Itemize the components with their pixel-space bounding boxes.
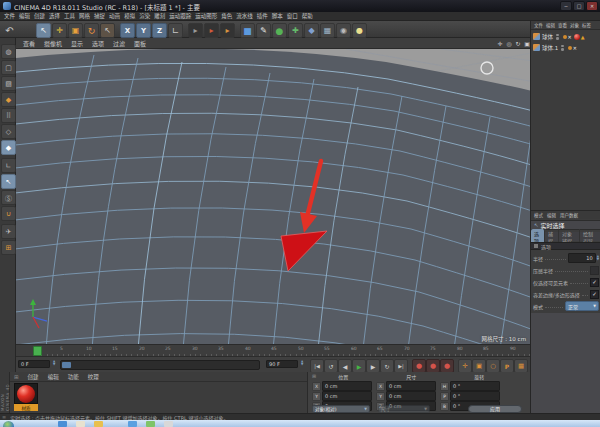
object-row-sphere-1[interactable]: 球体.1 ✕	[531, 42, 600, 53]
lock-workplane-icon[interactable]: ∪	[1, 206, 16, 221]
material-swatch[interactable]: 材质	[14, 383, 38, 411]
start-button[interactable]	[3, 421, 14, 427]
materials-menu-icon[interactable]: ⊞	[14, 374, 19, 380]
spline-pen-icon[interactable]: ✎	[256, 23, 271, 38]
camera-icon[interactable]: ◉	[336, 23, 351, 38]
y-axis-lock-button[interactable]: Y	[136, 23, 151, 38]
taskbar-item[interactable]	[94, 421, 103, 427]
selection-mode-dropdown[interactable]: 正常▼	[565, 301, 599, 311]
viewport-menu-view[interactable]: 查看	[23, 39, 35, 48]
taskbar-item[interactable]	[128, 421, 137, 427]
windows-taskbar[interactable]	[0, 420, 600, 427]
menu-script[interactable]: 脚本	[272, 12, 283, 20]
menu-create[interactable]: 创建	[34, 12, 45, 20]
points-mode-icon[interactable]: ⠿	[1, 108, 16, 123]
end-frame-field[interactable]: 90 F	[266, 360, 298, 368]
next-frame-icon[interactable]: ▶	[366, 359, 380, 373]
render-settings-icon[interactable]: ▸	[220, 23, 235, 38]
taskbar-item[interactable]	[164, 421, 173, 427]
keyframe-selection-icon[interactable]: ●	[440, 359, 454, 373]
radius-field[interactable]: 10	[568, 253, 596, 263]
menu-simulate[interactable]: 模拟	[124, 12, 135, 20]
autokey-icon[interactable]: ●	[426, 359, 440, 373]
viewport-menu-cameras[interactable]: 摄像机	[44, 39, 62, 48]
key-parameter-icon[interactable]: P	[500, 359, 514, 373]
menu-mograph[interactable]: 运动图形	[195, 12, 217, 20]
menu-tools[interactable]: 工具	[64, 12, 75, 20]
generator-icon[interactable]: ✚	[288, 23, 303, 38]
pos-x-field[interactable]: 0 cm	[322, 381, 372, 391]
rot-h-field[interactable]: 0 °	[450, 381, 500, 391]
key-scale-icon[interactable]: ▣	[472, 359, 486, 373]
menu-render[interactable]: 渲染	[139, 12, 150, 20]
attribute-section-header[interactable]: 选项	[531, 242, 600, 250]
render-view-icon[interactable]: ▸	[188, 23, 203, 38]
play-backwards-icon[interactable]: ↺	[324, 359, 338, 373]
menu-window[interactable]: 窗口	[287, 12, 298, 20]
om-menu-edit[interactable]: 编辑	[546, 22, 555, 28]
om-menu-tags[interactable]: 标签	[582, 22, 591, 28]
tag-dot-icon[interactable]	[568, 46, 572, 50]
object-name[interactable]: 球体	[542, 33, 553, 41]
timeline-range-slider[interactable]	[60, 360, 260, 370]
playhead[interactable]	[33, 346, 42, 356]
coordinates-menu-icon[interactable]: ⊞	[312, 373, 316, 379]
phong-tag-icon[interactable]: ✕	[573, 45, 577, 51]
viewport-menu-display[interactable]: 显示	[71, 39, 83, 48]
make-editable-icon[interactable]: ◍	[1, 44, 16, 59]
spinner-down-icon[interactable]: ▼	[301, 363, 303, 366]
menu-sculpt[interactable]: 雕刻	[154, 12, 165, 20]
viewport-pan-icon[interactable]: ✛	[496, 39, 504, 47]
materials-menu-function[interactable]: 功能	[68, 373, 79, 381]
viewport-solo-icon[interactable]: ↖	[1, 174, 16, 189]
om-menu-objects[interactable]: 对象	[570, 22, 579, 28]
play-icon[interactable]: ▶	[352, 359, 366, 373]
previous-frame-icon[interactable]: ◀	[338, 359, 352, 373]
go-to-start-icon[interactable]: |◀	[310, 359, 324, 373]
texture-mode-icon[interactable]: ▨	[1, 76, 16, 91]
current-frame-field[interactable]: 0 F	[18, 360, 50, 368]
visibility-dot[interactable]	[561, 48, 564, 51]
maximize-button[interactable]: □	[573, 1, 585, 11]
apply-button[interactable]: 应用	[468, 405, 522, 413]
record-keyframe-icon[interactable]: ●	[412, 359, 426, 373]
size-mode-dropdown[interactable]: 尺寸▼	[378, 405, 430, 413]
scale-tool-icon[interactable]: ▣	[68, 23, 83, 38]
close-button[interactable]: ✕	[586, 1, 598, 11]
modeling-settings-icon[interactable]: ⊞	[1, 240, 16, 255]
rot-p-field[interactable]: 0 °	[450, 391, 500, 401]
am-tab-userdata[interactable]: 用户数据	[560, 212, 578, 218]
om-menu-file[interactable]: 文件	[534, 22, 543, 28]
deformer-icon[interactable]: ◆	[304, 23, 319, 38]
subdivision-surface-icon[interactable]: ●	[272, 23, 287, 38]
menu-pipeline[interactable]: 流水线	[236, 12, 253, 20]
timeline-ruler[interactable]: 5 10 15 20 25 30 35 40 45 50 55 60 65 70…	[16, 344, 530, 356]
tolerant-checkbox[interactable]: ✓	[590, 290, 599, 299]
environment-icon[interactable]: ▦	[320, 23, 335, 38]
materials-menu-edit[interactable]: 编辑	[48, 373, 59, 381]
coordinate-system-icon[interactable]: ∟	[168, 23, 183, 38]
last-tool-icon[interactable]: ↖	[100, 23, 115, 38]
undo-icon[interactable]: ↶	[2, 23, 17, 38]
pressure-checkbox[interactable]	[590, 266, 599, 275]
workplane-mode-icon[interactable]: ◆	[1, 92, 16, 107]
viewport-3d[interactable]: 网格尺寸 : 10 cm	[16, 49, 530, 344]
taskbar-item[interactable]	[76, 421, 85, 427]
material-name-label[interactable]: 材质	[14, 404, 38, 411]
visible-only-checkbox[interactable]: ✓	[590, 278, 599, 287]
menu-help[interactable]: 帮助	[302, 12, 313, 20]
material-tag-icon[interactable]	[574, 34, 580, 40]
viewport-rotate-icon[interactable]: ↻	[514, 39, 522, 47]
taskbar-item[interactable]	[146, 421, 155, 427]
viewport-menu-panel[interactable]: 面板	[134, 39, 146, 48]
om-menu-view[interactable]: 查看	[558, 22, 567, 28]
tag-dot-icon[interactable]	[563, 35, 567, 39]
loop-icon[interactable]: ↻	[380, 359, 394, 373]
size-y-field[interactable]: 0 cm	[386, 391, 436, 401]
minimize-button[interactable]: ─	[560, 1, 572, 11]
x-axis-lock-button[interactable]: X	[120, 23, 135, 38]
am-tab-mode[interactable]: 模式	[534, 212, 543, 218]
am-tab-edit[interactable]: 编辑	[547, 212, 556, 218]
object-name[interactable]: 球体.1	[542, 44, 558, 52]
section-collapse-icon[interactable]	[534, 244, 538, 248]
